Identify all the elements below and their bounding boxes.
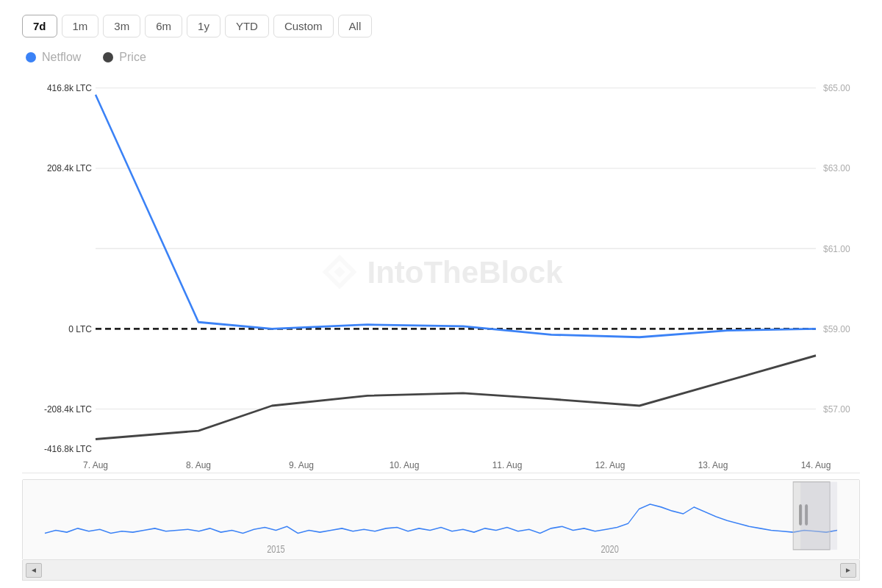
- time-btn-ytd[interactable]: YTD: [225, 15, 269, 37]
- netflow-dot: [26, 52, 36, 62]
- time-btn-custom[interactable]: Custom: [273, 15, 334, 37]
- svg-text:416.8k LTC: 416.8k LTC: [47, 82, 92, 94]
- time-btn-all[interactable]: All: [338, 15, 373, 37]
- svg-text:14. Aug: 14. Aug: [801, 459, 831, 471]
- svg-text:12. Aug: 12. Aug: [595, 459, 625, 471]
- svg-text:13. Aug: 13. Aug: [698, 459, 728, 471]
- main-container: 7d1m3m6m1yYTDCustomAll Netflow Price Int…: [0, 0, 882, 588]
- svg-text:208.4k LTC: 208.4k LTC: [47, 162, 92, 174]
- svg-text:9. Aug: 9. Aug: [289, 459, 314, 471]
- time-btn-3m[interactable]: 3m: [103, 15, 140, 37]
- svg-text:10. Aug: 10. Aug: [390, 459, 420, 471]
- chart-wrapper: IntoTheBlock 416.8k LTC 208.4k LTC 0 LTC…: [22, 71, 860, 473]
- svg-text:$57.00: $57.00: [823, 403, 850, 415]
- netflow-label: Netflow: [42, 51, 81, 64]
- time-btn-6m[interactable]: 6m: [145, 15, 182, 37]
- time-range-selector: 7d1m3m6m1yYTDCustomAll: [22, 15, 860, 37]
- chart-legend: Netflow Price: [22, 51, 860, 64]
- main-chart-svg: 416.8k LTC 208.4k LTC 0 LTC -208.4k LTC …: [22, 71, 860, 473]
- svg-text:0 LTC: 0 LTC: [68, 323, 92, 334]
- svg-text:$65.00: $65.00: [823, 82, 850, 94]
- nav-controls: ◄ ►: [22, 560, 860, 581]
- svg-text:11. Aug: 11. Aug: [492, 459, 523, 471]
- svg-text:7. Aug: 7. Aug: [83, 459, 108, 471]
- nav-left-arrow[interactable]: ◄: [26, 563, 42, 578]
- mini-chart-svg: 2015 2020: [23, 480, 859, 559]
- svg-text:-416.8k LTC: -416.8k LTC: [44, 442, 92, 454]
- nav-right-arrow[interactable]: ►: [840, 563, 856, 578]
- svg-rect-32: [800, 482, 837, 550]
- time-btn-1y[interactable]: 1y: [187, 15, 220, 37]
- svg-text:2015: 2015: [267, 542, 284, 555]
- svg-rect-26: [23, 480, 859, 559]
- legend-price: Price: [103, 51, 146, 64]
- svg-text:$63.00: $63.00: [823, 162, 850, 174]
- time-btn-1m[interactable]: 1m: [62, 15, 99, 37]
- price-label: Price: [119, 51, 146, 64]
- svg-text:-208.4k LTC: -208.4k LTC: [44, 403, 92, 415]
- svg-text:$61.00: $61.00: [823, 243, 850, 254]
- main-chart-area: IntoTheBlock 416.8k LTC 208.4k LTC 0 LTC…: [22, 71, 860, 473]
- time-btn-7d[interactable]: 7d: [22, 15, 57, 37]
- svg-text:8. Aug: 8. Aug: [186, 459, 211, 471]
- mini-chart-container: 2015 2020: [22, 479, 860, 560]
- svg-text:$59.00: $59.00: [823, 323, 850, 334]
- legend-netflow: Netflow: [26, 51, 81, 64]
- price-dot: [103, 52, 113, 62]
- svg-text:2020: 2020: [600, 542, 618, 555]
